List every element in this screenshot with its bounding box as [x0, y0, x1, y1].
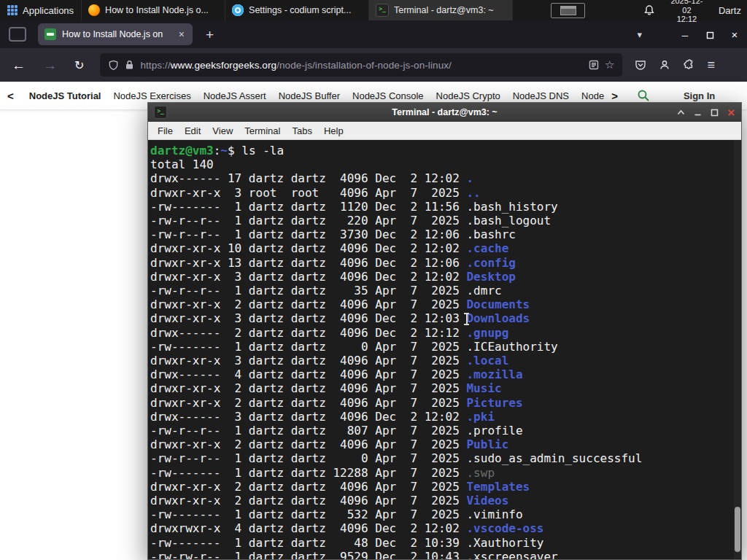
terminal-window: >_ Terminal - dartz@vm3: ~ File Edit	[147, 102, 742, 560]
prompt-colon: :	[214, 144, 221, 158]
reload-button[interactable]: ↻	[69, 55, 90, 75]
account-icon[interactable]	[659, 59, 670, 71]
window-close-button[interactable]: ×	[722, 28, 747, 41]
terminal-output-line: -rw------- 1 dartz dartz 12288 Apr 7 202…	[150, 466, 741, 480]
directory-name: Public	[466, 438, 508, 451]
maximize-button[interactable]	[711, 109, 719, 117]
nav-scroll-right-icon[interactable]: >	[608, 90, 621, 102]
terminal-output-line: drwxr-xr-x 3 dartz dartz 4096 Dec 2 12:0…	[150, 311, 741, 325]
menu-edit[interactable]: Edit	[179, 125, 206, 136]
nav-item-nodejs-exercises[interactable]: NodeJS Exercises	[113, 90, 190, 101]
taskbar-item-terminal[interactable]: >_ Terminal - dartz@vm3: ~	[369, 0, 513, 20]
notification-bell-icon[interactable]	[643, 4, 655, 16]
file-name: .bash_logout	[466, 214, 551, 228]
browser-tab-active[interactable]: How to Install Node.js on ×	[38, 23, 193, 45]
file-attributes: drwxr-xr-x 2 dartz dartz 4096 Apr 7 2025	[150, 298, 466, 311]
directory-name: Music	[466, 381, 501, 395]
lock-icon[interactable]	[125, 60, 134, 70]
nav-item-node-truncated[interactable]: Node	[581, 90, 604, 101]
menu-help[interactable]: Help	[318, 125, 349, 136]
file-attributes: -rw------- 1 dartz dartz 48 Dec 2 10:39	[150, 536, 466, 550]
directory-name: .	[466, 171, 473, 185]
scrollbar-thumb[interactable]	[735, 507, 740, 552]
menu-view[interactable]: View	[206, 125, 239, 136]
browser-tab-bar: How to Install Node.js on × + ▾ – ×	[0, 20, 747, 48]
search-icon[interactable]	[637, 89, 650, 102]
file-attributes: -rw-r--r-- 1 dartz dartz 3730 Dec 2 12:0…	[150, 228, 466, 241]
directory-name: Videos	[466, 494, 508, 508]
nav-item-nodejs-buffer[interactable]: NodeJS Buffer	[279, 90, 340, 101]
directory-name: .vscode-oss	[466, 521, 543, 535]
directory-name: Templates	[466, 480, 530, 494]
file-name: .dmrc	[466, 284, 501, 298]
terminal-output-line: drwxr-xr-x 2 dartz dartz 4096 Apr 7 2025…	[150, 438, 741, 451]
minimize-button[interactable]	[694, 109, 702, 117]
terminal-output-line: -rw-r--r-- 1 dartz dartz 220 Apr 7 2025 …	[150, 214, 741, 228]
menu-terminal[interactable]: Terminal	[239, 125, 286, 136]
close-button[interactable]	[727, 109, 735, 117]
panel-clock[interactable]: 2025-12-02 12:12	[667, 0, 707, 24]
new-tab-button[interactable]: +	[201, 26, 218, 43]
forward-button[interactable]: →	[37, 55, 63, 75]
clock-date: 2025-12-02	[667, 0, 707, 15]
user-menu[interactable]: Dartz	[719, 5, 741, 16]
url-bar[interactable]: https://www.geeksforgeeks.org/node-js/in…	[100, 53, 622, 77]
pocket-icon[interactable]	[635, 59, 646, 71]
directory-name: Desktop	[466, 270, 515, 284]
applications-menu-button[interactable]: Applications	[0, 0, 82, 20]
file-name: .swp	[466, 466, 495, 480]
window-minimize-button[interactable]: –	[673, 28, 697, 41]
file-attributes: drwxr-xr-x 2 dartz dartz 4096 Apr 7 2025	[150, 438, 466, 451]
nav-item-nodejs-dns[interactable]: NodeJS DNS	[513, 90, 569, 101]
nav-item-nodejs-tutorial[interactable]: NodeJS Tutorial	[29, 90, 101, 101]
terminal-output-line: drwx------ 4 dartz dartz 4096 Apr 7 2025…	[150, 368, 741, 381]
directory-name: .config	[466, 256, 515, 270]
directory-name: Documents	[466, 298, 530, 311]
back-button[interactable]: ←	[6, 55, 31, 75]
terminal-listing: drwx------ 17 dartz dartz 4096 Dec 2 12:…	[150, 171, 741, 559]
command-text: ls -la	[241, 144, 284, 158]
directory-name: ..	[466, 186, 480, 200]
directory-name: .cache	[466, 241, 508, 255]
clock-time: 12:12	[667, 15, 707, 24]
file-name: .profile	[466, 424, 522, 438]
terminal-titlebar[interactable]: >_ Terminal - dartz@vm3: ~	[148, 103, 741, 122]
shade-button[interactable]	[677, 109, 685, 117]
taskbar-item-label: Terminal - dartz@vm3: ~	[394, 5, 494, 15]
taskbar-item-codium[interactable]: Settings - codium script...	[225, 0, 369, 20]
nav-item-nodejs-console[interactable]: NodeJS Console	[352, 90, 424, 101]
directory-name: .gnupg	[466, 326, 508, 340]
firefox-view-icon[interactable]	[9, 27, 26, 42]
terminal-output-line: drwx------ 3 dartz dartz 4096 Dec 2 12:0…	[150, 410, 741, 424]
url-host: www.geeksforgeeks.org	[171, 60, 276, 71]
window-maximize-button[interactable]	[697, 28, 722, 41]
file-attributes: drwxr-xr-x 2 dartz dartz 4096 Apr 7 2025	[150, 494, 466, 508]
file-name: .sudo_as_admin_successful	[466, 451, 642, 465]
text-cursor	[463, 313, 470, 325]
file-attributes: -rw-r--r-- 1 dartz dartz 807 Apr 7 2025	[150, 424, 466, 438]
menu-file[interactable]: File	[152, 125, 179, 136]
menu-tabs[interactable]: Tabs	[286, 125, 317, 136]
reader-mode-icon[interactable]	[589, 60, 599, 70]
workspace-window-thumbnail	[560, 6, 576, 15]
terminal-output-line: drwxr-xr-x 2 dartz dartz 4096 Apr 7 2025…	[150, 396, 741, 410]
nav-item-nodejs-crypto[interactable]: NodeJS Crypto	[436, 90, 500, 101]
terminal-output-line: drwxr-xr-x 3 dartz dartz 4096 Dec 2 12:0…	[150, 270, 741, 284]
bookmark-star-icon[interactable]: ☆	[605, 58, 614, 71]
workspace-switcher[interactable]	[551, 3, 585, 18]
tab-close-icon[interactable]: ×	[177, 28, 186, 40]
terminal-scrollbar[interactable]	[734, 140, 741, 559]
taskbar-item-firefox[interactable]: How to Install Node.js o...	[82, 0, 225, 20]
sign-in-button[interactable]: Sign In	[684, 90, 715, 101]
nav-item-nodejs-assert[interactable]: NodeJS Assert	[204, 90, 266, 101]
menu-hamburger-icon[interactable]: ≡	[707, 58, 715, 73]
file-name: .bash_history	[466, 200, 557, 214]
extensions-puzzle-icon[interactable]	[683, 59, 694, 71]
terminal-output-line: drwxr-xr-x 2 dartz dartz 4096 Apr 7 2025…	[150, 480, 741, 494]
nav-scroll-left-icon[interactable]: <	[4, 90, 17, 102]
file-attributes: drwxr-xr-x 3 dartz dartz 4096 Dec 2 12:0…	[150, 311, 466, 325]
list-all-tabs-icon[interactable]: ▾	[637, 29, 642, 40]
shield-icon[interactable]	[108, 60, 119, 71]
file-attributes: drwxr-xr-x 3 dartz dartz 4096 Apr 7 2025	[150, 354, 466, 368]
terminal-output-line: -rw-r--r-- 1 dartz dartz 0 Apr 7 2025 .s…	[150, 451, 741, 465]
